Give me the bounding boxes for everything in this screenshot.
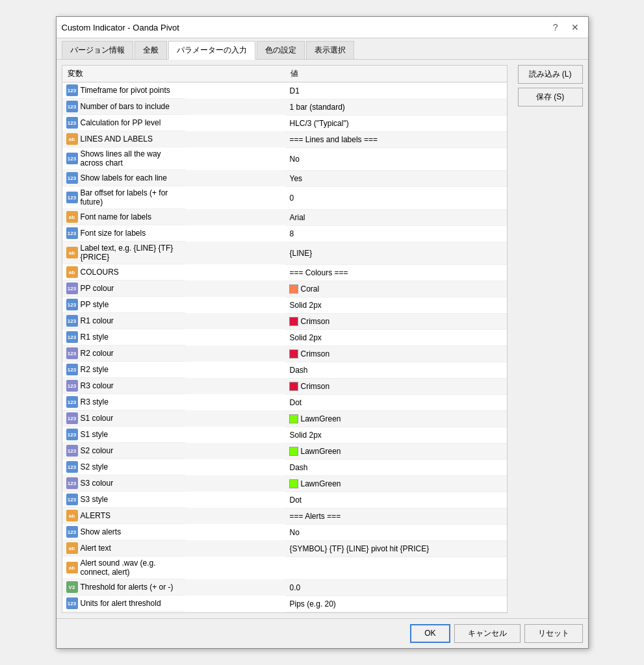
- table-row: 123PP styleSolid 2px: [62, 297, 507, 313]
- param-value-cell[interactable]: Yes: [285, 170, 506, 186]
- param-name-cell: 123R2 style: [62, 362, 185, 378]
- param-value-cell[interactable]: Dot: [285, 492, 506, 508]
- param-value-cell[interactable]: LawnGreen: [285, 443, 506, 459]
- param-name-cell: 123S3 style: [62, 492, 185, 508]
- type-icon: 123: [66, 227, 78, 239]
- type-icon: ab: [66, 266, 78, 278]
- param-name: S1 colour: [81, 414, 114, 423]
- type-icon: 123: [66, 84, 78, 96]
- table-row: 123S2 colourLawnGreen: [62, 443, 507, 459]
- param-value: === Lines and labels ===: [289, 135, 377, 144]
- param-name-cell: 123R1 style: [62, 329, 185, 345]
- param-value-cell[interactable]: No: [285, 524, 506, 540]
- type-icon: ab: [66, 211, 78, 223]
- type-icon: ab: [66, 542, 78, 554]
- param-value-cell[interactable]: Solid 2px: [285, 329, 506, 345]
- param-value-cell[interactable]: HLC/3 ("Typical"): [285, 115, 506, 131]
- param-value-cell[interactable]: [285, 557, 506, 579]
- param-value-cell[interactable]: Solid 2px: [285, 297, 506, 313]
- color-swatch: [289, 349, 298, 358]
- param-value-cell[interactable]: Coral: [285, 281, 506, 297]
- param-name-cell: 123Font size for labels: [62, 225, 185, 242]
- table-row: 123R1 styleSolid 2px: [62, 329, 507, 345]
- param-value: LawnGreen: [300, 414, 341, 423]
- tab-3[interactable]: 色の設定: [257, 41, 305, 59]
- param-name: R2 style: [81, 365, 109, 374]
- tab-2[interactable]: パラメーターの入力: [168, 41, 255, 60]
- col-value-header: 値: [285, 66, 506, 82]
- param-name-cell: 123S3 colour: [62, 475, 185, 492]
- param-value: 0: [289, 194, 294, 203]
- param-name-cell: 123PP colour: [62, 281, 185, 297]
- param-name: Bar offset for labels (+ for future): [81, 188, 181, 207]
- table-row: 123Units for alert thresholdPips (e.g. 2…: [62, 596, 507, 612]
- param-name: LINES AND LABELS: [81, 134, 153, 144]
- table-row: abALERTS=== Alerts ===: [62, 508, 507, 524]
- param-value: Dot: [289, 496, 302, 505]
- param-value-cell[interactable]: LawnGreen: [285, 475, 506, 492]
- param-value-cell[interactable]: LawnGreen: [285, 410, 506, 427]
- ok-button[interactable]: OK: [410, 624, 450, 643]
- table-row: 123PP colourCoral: [62, 281, 507, 297]
- param-name: Font name for labels: [81, 212, 151, 221]
- param-value-cell[interactable]: 0.0: [285, 579, 506, 596]
- param-value: No: [289, 528, 299, 537]
- close-button[interactable]: ✕: [567, 21, 583, 34]
- param-value-cell[interactable]: Crimson: [285, 313, 506, 329]
- type-icon: ab: [66, 562, 78, 573]
- param-value: {LINE}: [289, 249, 312, 258]
- main-content: 変数 値 123Timeframe for pivot pointsD1123N…: [57, 60, 588, 618]
- param-value-cell[interactable]: Crimson: [285, 378, 506, 394]
- param-value: === Alerts ===: [289, 512, 341, 521]
- param-name-cell: 123Shows lines all the way across chart: [62, 147, 185, 170]
- param-value-cell[interactable]: === Alerts ===: [285, 508, 506, 524]
- type-icon: 123: [66, 172, 78, 184]
- param-value: LawnGreen: [300, 479, 341, 488]
- param-value-cell[interactable]: Crimson: [285, 345, 506, 362]
- param-value-cell[interactable]: === Colours ===: [285, 264, 506, 281]
- param-value-cell[interactable]: === Lines and labels ===: [285, 131, 506, 147]
- param-name-cell: 123R3 colour: [62, 378, 185, 394]
- param-value: Coral: [300, 284, 319, 294]
- param-value-cell[interactable]: No: [285, 147, 506, 170]
- table-row: 123Bar offset for labels (+ for future)0: [62, 186, 507, 209]
- type-icon: 123: [66, 380, 78, 392]
- param-value-cell[interactable]: Dash: [285, 362, 506, 378]
- cancel-button[interactable]: キャンセル: [454, 624, 521, 643]
- param-value: Dash: [289, 463, 307, 472]
- color-swatch: [289, 414, 298, 423]
- type-icon: 123: [66, 412, 78, 424]
- param-value-cell[interactable]: 1 bar (standard): [285, 99, 506, 115]
- load-button[interactable]: 読み込み (L): [518, 65, 583, 84]
- tab-0[interactable]: バージョン情報: [62, 41, 133, 59]
- param-name-cell: 123R1 colour: [62, 313, 185, 329]
- param-value-cell[interactable]: Dot: [285, 394, 506, 410]
- param-name-cell: abALERTS: [62, 508, 185, 524]
- save-button[interactable]: 保存 (S): [518, 88, 583, 107]
- color-swatch: [289, 447, 298, 456]
- param-value-cell[interactable]: D1: [285, 82, 506, 99]
- param-name-cell: 123R3 style: [62, 394, 185, 410]
- param-value-cell[interactable]: 0: [285, 186, 506, 209]
- param-value-cell[interactable]: Arial: [285, 209, 506, 225]
- table-row: abLabel text, e.g. {LINE} {TF} {PRICE}{L…: [62, 242, 507, 264]
- param-value: Dot: [289, 398, 302, 407]
- tab-1[interactable]: 全般: [135, 41, 167, 59]
- reset-button[interactable]: リセット: [524, 624, 583, 643]
- param-value-cell[interactable]: {LINE}: [285, 242, 506, 264]
- param-value-cell[interactable]: {SYMBOL} {TF} {LINE} pivot hit {PRICE}: [285, 540, 506, 557]
- table-row: 123Show labels for each lineYes: [62, 170, 507, 186]
- table-row: 123S2 styleDash: [62, 459, 507, 475]
- param-value-cell[interactable]: 8: [285, 225, 506, 242]
- param-value-cell[interactable]: Pips (e.g. 20): [285, 596, 506, 612]
- tab-4[interactable]: 表示選択: [306, 41, 354, 59]
- param-value: Yes: [289, 174, 302, 183]
- param-value: === Colours ===: [289, 268, 348, 277]
- param-name: Calculation for PP level: [81, 118, 161, 127]
- table-row: 123S1 styleSolid 2px: [62, 427, 507, 443]
- help-button[interactable]: ?: [549, 21, 562, 34]
- param-value-cell[interactable]: Solid 2px: [285, 427, 506, 443]
- param-value-cell[interactable]: Dash: [285, 459, 506, 475]
- table-row: 123S3 colourLawnGreen: [62, 475, 507, 492]
- param-name-cell: abAlert text: [62, 540, 185, 557]
